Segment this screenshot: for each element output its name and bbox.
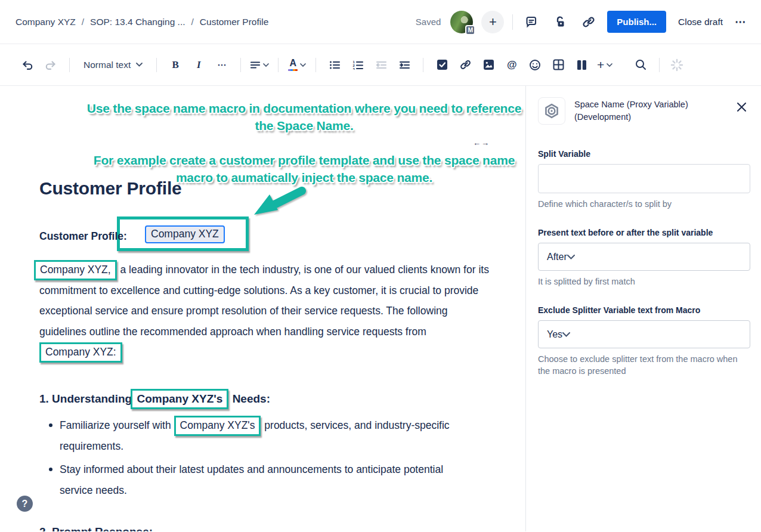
heading-text: 1. Understanding — [39, 392, 135, 405]
divider — [512, 14, 513, 30]
breadcrumb: Company XYZ / SOP: 13.4 Changing ... / C… — [16, 17, 268, 27]
undo-button[interactable] — [18, 55, 37, 75]
insert-image-button[interactable] — [479, 55, 498, 75]
profile-field-label: Customer Profile: — [39, 230, 127, 243]
chevron-down-icon — [562, 332, 570, 337]
annotation-box-company-4: Company XYZ's — [174, 416, 261, 436]
field-label-split-variable: Split Variable — [538, 149, 750, 159]
image-icon — [483, 59, 494, 70]
text-style-dropdown[interactable]: Normal text — [79, 56, 147, 74]
emoji-icon — [529, 59, 541, 71]
more-actions-button[interactable]: ⋯ — [735, 15, 747, 29]
divider — [659, 58, 660, 72]
body-paragraph: Company XYZ, a leading innovator in the … — [39, 259, 496, 363]
insert-table-button[interactable] — [549, 55, 568, 75]
annotation-box-company-2: Company XYZ: — [39, 342, 122, 363]
avatar[interactable]: M — [450, 11, 473, 33]
editor-surface[interactable]: Use the space name macro in documentatio… — [0, 86, 525, 531]
redo-icon — [44, 58, 57, 72]
before-after-select[interactable]: After — [538, 243, 750, 271]
list-item-text: Familiarize yourself with — [60, 419, 174, 431]
field-helper-before-after: It is splitted by first match — [538, 276, 750, 287]
comment-button[interactable] — [521, 12, 542, 32]
top-bar: Company XYZ / SOP: 13.4 Changing ... / C… — [0, 0, 761, 44]
page-title: Customer Profile — [39, 178, 182, 199]
divider — [278, 58, 279, 72]
columns-icon — [576, 60, 587, 70]
indent-icon — [399, 60, 410, 70]
redo-button[interactable] — [41, 55, 60, 75]
plus-icon: + — [597, 58, 604, 71]
publish-button[interactable]: Publish... — [607, 11, 666, 33]
unlock-button[interactable] — [550, 12, 570, 32]
bullet-list: Familiarize yourself with Company XYZ's … — [48, 415, 465, 503]
breadcrumb-space[interactable]: Company XYZ — [16, 17, 76, 27]
breadcrumb-parent-page[interactable]: SOP: 13.4 Changing ... — [90, 17, 185, 27]
find-replace-button[interactable] — [631, 55, 650, 75]
mention-button[interactable]: @ — [502, 55, 521, 75]
search-icon — [635, 58, 647, 71]
link-icon — [581, 15, 596, 29]
numbered-list-button[interactable]: 123 — [348, 55, 367, 75]
undo-icon — [21, 58, 34, 72]
field-helper-split-variable: Define which character/s to split by — [538, 198, 750, 210]
field-label-before-after: Present text before or after the split v… — [538, 228, 750, 237]
outdent-icon — [376, 60, 387, 70]
breadcrumb-separator: / — [191, 17, 194, 27]
table-icon — [553, 59, 564, 70]
divider — [423, 58, 423, 72]
chevron-down-icon — [300, 63, 306, 67]
selected-value: Yes — [547, 329, 562, 340]
annotation-text-1: Use the space name macro in documentatio… — [78, 100, 525, 134]
bullet-list-button[interactable] — [325, 55, 344, 75]
chevron-down-icon — [607, 63, 612, 67]
svg-text:3: 3 — [352, 67, 355, 70]
insert-more-dropdown[interactable]: + — [595, 55, 614, 75]
italic-icon: I — [197, 59, 201, 71]
text-color-dropdown[interactable]: A — [287, 55, 307, 75]
space-name-macro-chip[interactable]: Company XYZ — [145, 225, 225, 243]
list-item: Stay informed about their latest updates… — [48, 459, 465, 500]
list-item-text: Stay informed about their latest updates… — [60, 463, 443, 496]
outdent-button[interactable] — [372, 55, 391, 75]
task-list-button[interactable] — [432, 55, 451, 75]
text-style-label: Normal text — [83, 60, 131, 70]
italic-button[interactable]: I — [189, 55, 208, 75]
save-status: Saved — [416, 17, 441, 27]
section-heading-2-clipped: 2. Prompt Response: — [39, 525, 153, 531]
divider — [156, 58, 157, 72]
insert-link-button[interactable] — [456, 55, 475, 75]
exclude-splitter-select[interactable]: Yes — [538, 320, 750, 348]
help-button[interactable]: ? — [17, 496, 33, 512]
divider — [315, 58, 316, 72]
indent-button[interactable] — [395, 55, 414, 75]
selected-value: After — [547, 252, 567, 262]
avatar-badge: M — [465, 25, 475, 35]
divider — [69, 58, 70, 72]
forge-app-icon — [538, 97, 565, 125]
field-helper-exclude-splitter: Choose to exclude splitter text from the… — [538, 353, 750, 377]
chevron-down-icon — [136, 63, 143, 67]
annotation-arrow-icon — [249, 186, 307, 218]
annotation-box-company-1: Company XYZ, — [34, 260, 117, 280]
add-collaborator-button[interactable]: + — [481, 11, 504, 33]
alignment-dropdown[interactable] — [250, 55, 269, 75]
macro-panel-title: Space Name (Proxy Variable) (Development… — [574, 98, 697, 123]
link-icon — [459, 58, 472, 71]
emoji-button[interactable] — [525, 55, 545, 75]
layouts-button[interactable] — [572, 55, 591, 75]
breadcrumb-current-page[interactable]: Customer Profile — [200, 17, 268, 27]
more-formatting-button[interactable]: ⋯ — [212, 55, 231, 75]
chevron-down-icon — [263, 63, 269, 67]
bold-button[interactable]: B — [166, 55, 185, 75]
close-draft-button[interactable]: Close draft — [675, 12, 726, 32]
divider — [240, 58, 241, 72]
annotation-box-company-3: Company XYZ's — [131, 389, 228, 409]
editor-toolbar: Normal text B I ⋯ A — [0, 44, 761, 86]
copy-link-button[interactable] — [579, 12, 599, 32]
split-variable-input[interactable] — [538, 164, 750, 193]
checkbox-icon — [437, 59, 448, 70]
align-left-icon — [250, 60, 261, 70]
close-panel-button[interactable] — [733, 98, 750, 116]
list-item: Familiarize yourself with Company XYZ's … — [48, 415, 465, 456]
